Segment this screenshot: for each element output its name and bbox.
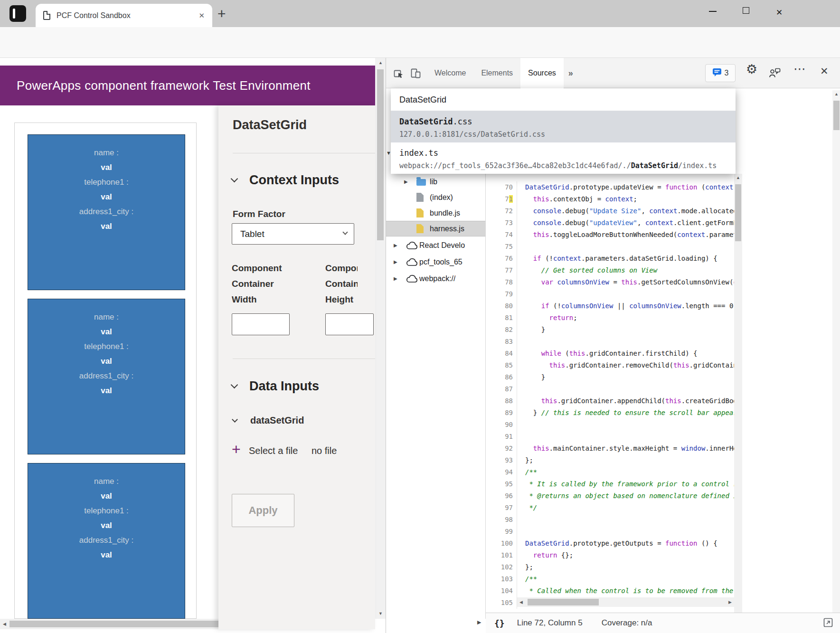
issues-counter[interactable]: 3 bbox=[705, 64, 736, 82]
line-number[interactable]: 73 bbox=[486, 217, 517, 229]
line-number[interactable]: 103 bbox=[486, 573, 517, 585]
line-number[interactable]: 78 bbox=[486, 276, 517, 288]
line-number[interactable]: 100 bbox=[486, 538, 517, 549]
line-number[interactable]: 90 bbox=[486, 419, 517, 431]
line-number[interactable]: 105 bbox=[486, 597, 517, 609]
feedback-icon[interactable] bbox=[769, 67, 781, 80]
devtools-menu-icon[interactable]: ⋯ bbox=[793, 62, 806, 76]
line-number[interactable]: 75 bbox=[486, 241, 517, 253]
line-number[interactable]: 96 bbox=[486, 490, 517, 502]
line-number[interactable]: 86 bbox=[486, 371, 517, 383]
file-tree-item-index[interactable]: (index) bbox=[386, 189, 485, 205]
expand-arrow-icon[interactable]: ▶ bbox=[404, 179, 416, 184]
line-number[interactable]: 79 bbox=[486, 288, 517, 300]
scroll-up-icon[interactable]: ▲ bbox=[736, 176, 740, 180]
scrollbar-thumb[interactable] bbox=[833, 101, 840, 130]
form-factor-select[interactable]: Tablet bbox=[232, 223, 354, 245]
line-number[interactable]: 91 bbox=[486, 431, 517, 443]
quick-open-result[interactable]: index.ts webpack://pcf_tools_652ac3f36e…… bbox=[391, 142, 736, 174]
tab-close-icon[interactable]: ✕ bbox=[198, 11, 205, 20]
devtools-close-icon[interactable]: ✕ bbox=[820, 66, 829, 77]
expand-arrow-icon[interactable]: ▶ bbox=[394, 276, 406, 281]
line-number[interactable]: 104 bbox=[486, 585, 517, 597]
record-card: name :valtelephone1 :valaddress1_city :v… bbox=[28, 134, 185, 290]
file-tree-item-harness-js[interactable]: harness.js bbox=[386, 221, 485, 236]
file-tree-item-bundle-js[interactable]: bundle.js bbox=[386, 205, 485, 221]
issues-icon bbox=[712, 68, 722, 79]
quick-open-result[interactable]: DataSetGrid.css 127.0.0.1:8181/css/DataS… bbox=[391, 111, 736, 142]
tab-sources[interactable]: Sources bbox=[520, 58, 564, 88]
code-lines[interactable]: DataSetGrid.prototype.updateView = funct… bbox=[525, 181, 734, 609]
panel-expand-icon[interactable] bbox=[822, 617, 834, 630]
device-toolbar-icon[interactable] bbox=[410, 67, 422, 81]
container-height-input[interactable] bbox=[325, 313, 374, 335]
line-number[interactable]: 102 bbox=[486, 561, 517, 573]
container-width-input[interactable] bbox=[232, 313, 290, 335]
plus-icon[interactable]: + bbox=[232, 441, 241, 458]
chevron-down-icon[interactable] bbox=[232, 416, 238, 423]
devtools-vertical-scrollbar[interactable]: ▲ bbox=[832, 90, 840, 613]
file-tree-item-react-develo[interactable]: ▶React Develo bbox=[386, 237, 485, 253]
chevron-down-icon[interactable] bbox=[231, 175, 238, 183]
window-close-icon[interactable]: ✕ bbox=[772, 8, 786, 18]
scroll-left-icon[interactable]: ◀ bbox=[519, 600, 523, 605]
scroll-up-icon[interactable]: ▲ bbox=[378, 61, 383, 65]
line-number[interactable]: 83 bbox=[486, 336, 517, 348]
chevron-down-icon[interactable] bbox=[231, 381, 238, 389]
line-number[interactable]: 93 bbox=[486, 454, 517, 466]
more-tabs-icon[interactable]: » bbox=[564, 58, 573, 88]
minimize-icon[interactable] bbox=[706, 5, 720, 14]
editor-vertical-scrollbar[interactable]: ▲ ▼ bbox=[734, 174, 742, 633]
line-number[interactable]: 99 bbox=[486, 526, 517, 538]
line-number[interactable]: 70 bbox=[486, 181, 517, 193]
line-number[interactable]: 76 bbox=[486, 253, 517, 265]
line-number[interactable]: 72 bbox=[486, 205, 517, 217]
line-number[interactable]: 88 bbox=[486, 395, 517, 407]
new-tab-icon[interactable]: + bbox=[217, 6, 226, 22]
scrollbar-thumb[interactable] bbox=[377, 69, 384, 240]
apply-button[interactable]: Apply bbox=[232, 494, 294, 527]
scroll-left-icon[interactable]: ◀ bbox=[3, 622, 6, 626]
container-height-label: Component Container Height bbox=[325, 260, 358, 307]
line-number[interactable]: 97 bbox=[486, 502, 517, 514]
scrollbar-thumb[interactable] bbox=[528, 599, 599, 605]
editor-horizontal-scrollbar[interactable]: ◀ ▶ bbox=[517, 597, 734, 607]
file-tree-item-pcf-tools-65[interactable]: ▶pcf_tools_65 bbox=[386, 254, 485, 270]
line-number[interactable]: 71 bbox=[486, 193, 517, 205]
line-number[interactable]: 84 bbox=[486, 348, 517, 359]
scroll-up-icon[interactable]: ▲ bbox=[834, 92, 839, 96]
settings-gear-icon[interactable]: ⚙ bbox=[746, 62, 757, 77]
line-number[interactable]: 98 bbox=[486, 514, 517, 526]
line-number[interactable]: 95 bbox=[486, 478, 517, 490]
pretty-print-icon[interactable]: {} bbox=[494, 618, 505, 628]
file-tree-item-webpack[interactable]: ▶webpack:// bbox=[386, 271, 485, 286]
line-number[interactable]: 94 bbox=[486, 466, 517, 478]
line-number[interactable]: 74 bbox=[486, 229, 517, 241]
line-number[interactable]: 92 bbox=[486, 443, 517, 454]
quick-open-input[interactable]: DataSetGrid bbox=[391, 88, 736, 111]
line-number[interactable]: 89 bbox=[486, 407, 517, 419]
line-number[interactable]: 85 bbox=[486, 359, 517, 371]
code-gutter[interactable]: 7071727374757677787980818283848586878889… bbox=[486, 181, 517, 609]
line-number[interactable]: 80 bbox=[486, 300, 517, 312]
page-vertical-scrollbar[interactable]: ▲ ▼ bbox=[375, 58, 386, 619]
line-number[interactable]: 82 bbox=[486, 324, 517, 336]
scroll-down-icon[interactable]: ▼ bbox=[378, 612, 383, 616]
inspect-element-icon[interactable] bbox=[393, 67, 404, 81]
select-file-button[interactable]: Select a file bbox=[249, 445, 298, 456]
line-number[interactable]: 101 bbox=[486, 549, 517, 561]
tab-welcome[interactable]: Welcome bbox=[427, 58, 473, 88]
expand-arrow-icon[interactable]: ▶ bbox=[394, 243, 406, 248]
maximize-icon[interactable] bbox=[739, 7, 753, 16]
workspaces-icon[interactable] bbox=[9, 5, 26, 22]
file-tree-item-lib[interactable]: ▶lib bbox=[386, 174, 485, 189]
expand-arrow-icon[interactable]: ▶ bbox=[394, 259, 406, 265]
line-number[interactable]: 77 bbox=[486, 265, 517, 276]
browser-tab[interactable]: PCF Control Sandbox ✕ bbox=[36, 4, 212, 27]
line-number[interactable]: 87 bbox=[486, 383, 517, 395]
line-number[interactable]: 81 bbox=[486, 312, 517, 324]
scrollbar-thumb[interactable] bbox=[735, 184, 741, 241]
tab-elements[interactable]: Elements bbox=[473, 58, 520, 88]
scroll-right-icon[interactable]: ▶ bbox=[728, 600, 732, 605]
sidebar-expand-icon[interactable]: ▶ bbox=[477, 619, 481, 625]
